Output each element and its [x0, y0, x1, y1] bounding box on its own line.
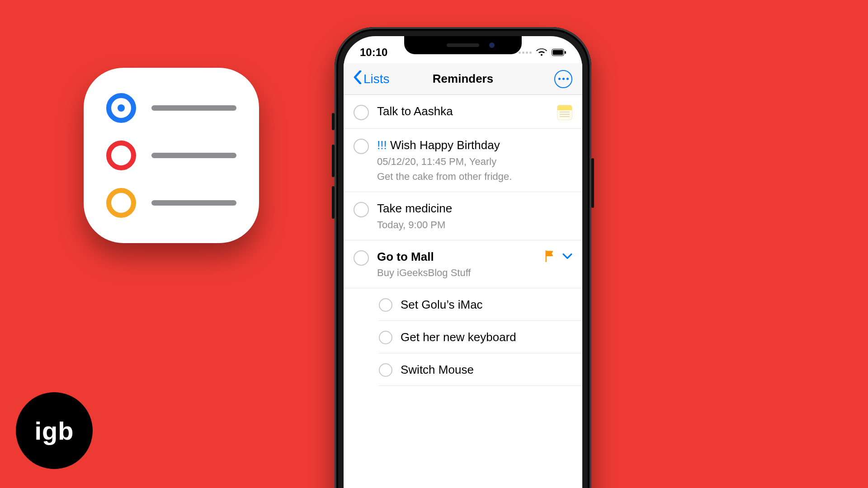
- reminder-subtask[interactable]: Get her new keyboard: [344, 321, 582, 353]
- priority-indicator: !!!: [377, 138, 390, 152]
- battery-icon: [552, 49, 566, 56]
- reminder-title: Take medicine: [377, 201, 572, 216]
- icon-row-2: [106, 141, 236, 170]
- complete-toggle[interactable]: [379, 363, 392, 377]
- reminder-body[interactable]: Get her new keyboard: [401, 330, 572, 345]
- ellipsis-icon: [562, 78, 565, 80]
- ellipsis-icon: [566, 78, 569, 80]
- reminder-meta: Today, 9:00 PM: [377, 218, 572, 232]
- reminder-item[interactable]: Take medicineToday, 9:00 PM: [344, 192, 582, 240]
- list-line: [151, 105, 236, 111]
- notes-attachment-icon[interactable]: [557, 105, 572, 120]
- reminders-app-icon: [84, 68, 259, 243]
- bullet-icon: [106, 93, 136, 123]
- reminder-item[interactable]: !!! Wish Happy Birthday05/12/20, 11:45 P…: [344, 129, 582, 192]
- chevron-left-icon: [354, 70, 362, 87]
- list-line: [151, 153, 236, 158]
- reminder-subtask[interactable]: Switch Mouse: [344, 353, 582, 386]
- ellipsis-icon: [558, 78, 561, 80]
- igb-logo-text: iGB: [35, 416, 74, 446]
- complete-toggle[interactable]: [354, 105, 369, 120]
- complete-toggle[interactable]: [354, 202, 369, 217]
- wifi-icon: [536, 48, 547, 56]
- reminder-body[interactable]: !!! Wish Happy Birthday05/12/20, 11:45 P…: [377, 138, 572, 183]
- reminder-title-text: Go to Mall: [377, 250, 434, 263]
- chevron-down-icon[interactable]: [562, 253, 572, 261]
- mute-switch[interactable]: [332, 113, 335, 130]
- bullet-icon: [106, 188, 136, 218]
- reminder-title: !!! Wish Happy Birthday: [377, 138, 572, 153]
- reminder-title: Get her new keyboard: [401, 330, 572, 345]
- icon-row-3: [106, 188, 236, 218]
- cellular-icon: [519, 52, 532, 54]
- iphone-frame: 10:10 Lists Reminders: [335, 27, 591, 488]
- reminder-title: Go to Mall: [377, 249, 536, 265]
- status-right: [519, 48, 566, 56]
- complete-toggle[interactable]: [354, 139, 369, 154]
- reminder-title-text: Switch Mouse: [401, 363, 474, 376]
- flag-icon: [544, 250, 555, 264]
- reminder-title: Switch Mouse: [401, 362, 572, 378]
- complete-toggle[interactable]: [379, 298, 392, 312]
- complete-toggle[interactable]: [354, 250, 369, 266]
- bullet-icon: [106, 141, 136, 170]
- list-line: [151, 200, 236, 206]
- reminder-title: Talk to Aashka: [377, 104, 549, 119]
- power-button[interactable]: [591, 158, 594, 208]
- front-camera: [489, 42, 495, 48]
- iphone-screen: 10:10 Lists Reminders: [344, 36, 582, 488]
- reminder-title: Set Golu’s iMac: [401, 297, 572, 313]
- svg-rect-2: [565, 51, 566, 54]
- complete-toggle[interactable]: [379, 331, 392, 344]
- back-button[interactable]: Lists: [354, 70, 390, 87]
- reminder-item[interactable]: Go to MallBuy iGeeksBlog Stuff: [344, 240, 582, 288]
- icon-row-1: [106, 93, 236, 123]
- nav-bar: Lists Reminders: [344, 63, 582, 95]
- reminder-note: Get the cake from other fridge.: [377, 170, 572, 183]
- reminders-list[interactable]: Talk to Aashka!!! Wish Happy Birthday05/…: [344, 95, 582, 386]
- speaker-grill: [447, 43, 479, 47]
- reminder-title-text: Wish Happy Birthday: [390, 138, 500, 152]
- igb-logo: iGB: [16, 392, 93, 469]
- reminder-title-text: Talk to Aashka: [377, 104, 453, 118]
- reminder-title-text: Set Golu’s iMac: [401, 298, 483, 311]
- reminder-accessories: [544, 250, 572, 264]
- back-label: Lists: [363, 72, 390, 86]
- svg-rect-1: [553, 50, 563, 55]
- reminder-item[interactable]: Talk to Aashka: [344, 95, 582, 129]
- reminder-subtask[interactable]: Set Golu’s iMac: [344, 288, 582, 321]
- reminder-body[interactable]: Take medicineToday, 9:00 PM: [377, 201, 572, 231]
- volume-up-button[interactable]: [332, 145, 335, 177]
- reminder-body[interactable]: Talk to Aashka: [377, 104, 549, 119]
- more-options-button[interactable]: [554, 70, 572, 88]
- status-time: 10:10: [360, 46, 387, 59]
- reminder-accessories: [557, 105, 572, 120]
- reminder-title-text: Get her new keyboard: [401, 330, 516, 344]
- reminder-title-text: Take medicine: [377, 202, 452, 215]
- reminder-body[interactable]: Set Golu’s iMac: [401, 297, 572, 313]
- reminder-meta: Buy iGeeksBlog Stuff: [377, 266, 536, 280]
- reminder-meta: 05/12/20, 11:45 PM, Yearly: [377, 155, 572, 169]
- reminder-body[interactable]: Switch Mouse: [401, 362, 572, 378]
- reminder-body[interactable]: Go to MallBuy iGeeksBlog Stuff: [377, 249, 536, 280]
- notch: [404, 36, 522, 54]
- volume-down-button[interactable]: [332, 186, 335, 219]
